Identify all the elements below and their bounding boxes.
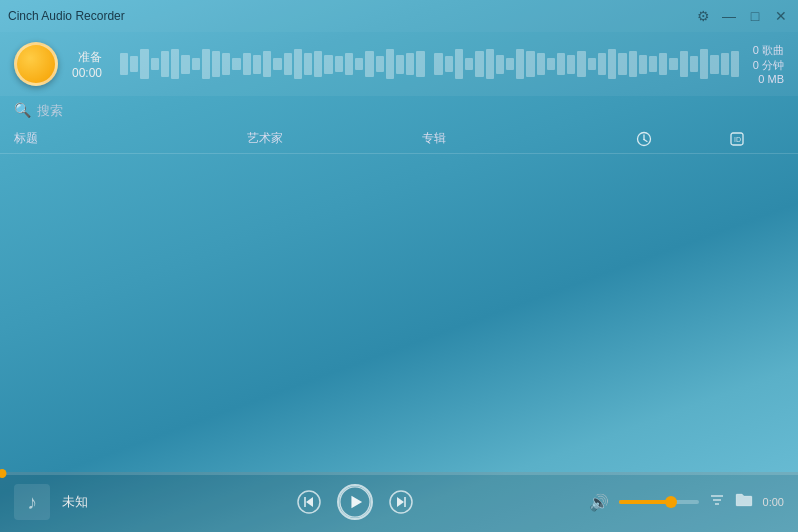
waveform-bar xyxy=(710,55,718,74)
waveform-bar xyxy=(690,56,698,71)
close-button[interactable]: ✕ xyxy=(772,7,790,25)
title-bar-left: Cinch Audio Recorder xyxy=(8,9,125,23)
waveform-bar xyxy=(171,49,179,79)
waveform-bar xyxy=(232,58,240,69)
col-time-header xyxy=(597,131,690,147)
volume-slider[interactable] xyxy=(619,500,699,504)
waveform-bar xyxy=(263,51,271,78)
title-bar-controls: ⚙ — □ ✕ xyxy=(694,7,790,25)
waveform-bar xyxy=(314,51,322,78)
search-icon: 🔍 xyxy=(14,102,31,118)
maximize-button[interactable]: □ xyxy=(746,7,764,25)
waveform-bar xyxy=(202,49,210,79)
now-playing-icon: ♪ xyxy=(14,484,50,520)
waveform-bar xyxy=(345,53,353,76)
duration-stat: 0 分钟 xyxy=(753,58,784,73)
folder-icon[interactable] xyxy=(735,492,753,512)
waveform-left xyxy=(120,45,424,83)
waveform-bar xyxy=(294,49,302,79)
col-title-header: 标题 xyxy=(14,130,247,147)
waveform-bar xyxy=(324,55,332,74)
svg-text:ID: ID xyxy=(734,136,741,143)
waveform-bar xyxy=(192,58,200,69)
waveform-bar xyxy=(649,56,657,71)
title-bar: Cinch Audio Recorder ⚙ — □ ✕ xyxy=(0,0,798,32)
waveform-bar xyxy=(365,51,373,78)
waveform-bar xyxy=(120,53,128,76)
player-right: 🔊 0:00 xyxy=(589,492,784,512)
waveform-bar xyxy=(639,55,647,74)
now-playing-track: 未知 xyxy=(62,493,122,511)
waveform-bar xyxy=(669,58,677,69)
col-id-header: ID xyxy=(691,131,784,147)
settings-button[interactable]: ⚙ xyxy=(694,7,712,25)
waveform-bar xyxy=(445,56,453,71)
svg-line-2 xyxy=(644,139,647,141)
waveform-bar xyxy=(577,51,585,78)
waveform-bar xyxy=(557,53,565,76)
waveform-bar xyxy=(731,51,739,78)
waveform-bar xyxy=(598,53,606,76)
waveform-bar xyxy=(680,51,688,78)
waveform-bar xyxy=(181,55,189,74)
table-header: 标题 艺术家 专辑 ID xyxy=(0,124,798,154)
minimize-button[interactable]: — xyxy=(720,7,738,25)
filter-icon[interactable] xyxy=(709,492,725,512)
search-input[interactable] xyxy=(37,103,157,118)
waveform-bar xyxy=(700,49,708,79)
waveform-bar xyxy=(547,58,555,69)
waveform-bar xyxy=(243,53,251,76)
svg-marker-13 xyxy=(397,497,404,507)
waveform-bar xyxy=(506,58,514,69)
waveform-bar xyxy=(567,55,575,74)
waveform-bar xyxy=(618,53,626,76)
player-time: 0:00 xyxy=(763,496,784,508)
record-info: 准备 00:00 xyxy=(72,49,102,80)
waveform-bar xyxy=(161,51,169,78)
waveform-bar xyxy=(537,53,545,76)
waveform-bar xyxy=(406,53,414,76)
volume-fill xyxy=(619,500,667,504)
waveform-bar xyxy=(416,51,424,78)
size-stat: 0 MB xyxy=(758,73,784,85)
waveform-bar xyxy=(396,55,404,74)
waveform-container xyxy=(120,45,739,83)
record-time: 00:00 xyxy=(72,66,102,80)
col-album-header: 专辑 xyxy=(422,130,597,147)
waveform-bar xyxy=(130,56,138,71)
waveform-bar xyxy=(212,51,220,78)
waveform-bar xyxy=(304,53,312,76)
stats-area: 0 歌曲 0 分钟 0 MB xyxy=(753,43,784,85)
volume-knob[interactable] xyxy=(665,496,677,508)
play-button[interactable] xyxy=(337,484,373,520)
next-button[interactable] xyxy=(389,490,413,514)
waveform-bar xyxy=(608,49,616,79)
svg-marker-8 xyxy=(306,497,313,507)
svg-marker-10 xyxy=(352,496,363,508)
prev-button[interactable] xyxy=(297,490,321,514)
waveform-bar xyxy=(273,58,281,69)
waveform-bar xyxy=(465,58,473,69)
progress-bar[interactable] xyxy=(0,472,798,475)
waveform-bar xyxy=(475,51,483,78)
waveform-bar xyxy=(659,53,667,76)
progress-dot[interactable] xyxy=(0,469,7,478)
waveform-bar xyxy=(455,49,463,79)
record-button[interactable] xyxy=(14,42,58,86)
waveform-right xyxy=(434,45,738,83)
waveform-bar xyxy=(140,49,148,79)
waveform-bar xyxy=(253,55,261,74)
search-bar: 🔍 xyxy=(0,96,798,124)
waveform-bar xyxy=(486,49,494,79)
record-status: 准备 xyxy=(78,49,102,66)
volume-icon[interactable]: 🔊 xyxy=(589,493,609,512)
waveform-bar xyxy=(434,53,442,76)
player-bar: ♪ 未知 🔊 xyxy=(0,472,798,532)
waveform-bar xyxy=(376,56,384,71)
waveform-bar xyxy=(516,49,524,79)
waveform-bar xyxy=(496,55,504,74)
waveform-bar xyxy=(721,53,729,76)
waveform-bar xyxy=(151,58,159,69)
song-count: 0 歌曲 xyxy=(753,43,784,58)
waveform-bar xyxy=(526,51,534,78)
